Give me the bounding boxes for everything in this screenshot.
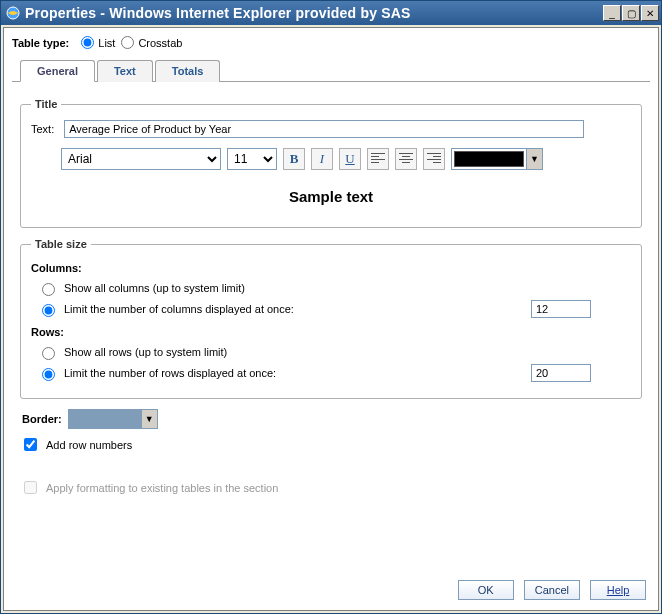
title-text-input[interactable] bbox=[64, 120, 584, 138]
table-type-list-radio[interactable] bbox=[81, 36, 94, 49]
add-row-numbers-checkbox[interactable] bbox=[24, 438, 37, 451]
title-fieldset: Title Text: Arial 11 B I U bbox=[20, 98, 642, 228]
properties-window: Properties - Windows Internet Explorer p… bbox=[0, 0, 662, 614]
rows-all-radio[interactable] bbox=[42, 347, 55, 360]
align-left-button[interactable] bbox=[367, 148, 389, 170]
titlebar: Properties - Windows Internet Explorer p… bbox=[1, 1, 661, 25]
table-size-legend: Table size bbox=[31, 238, 91, 250]
ie-icon bbox=[5, 5, 21, 21]
content-area: Table type: List Crosstab General Text T… bbox=[3, 27, 659, 611]
table-type-crosstab-label: Crosstab bbox=[138, 37, 182, 49]
rows-limit-label: Limit the number of rows displayed at on… bbox=[64, 367, 276, 379]
columns-all-radio[interactable] bbox=[42, 283, 55, 296]
chevron-down-icon: ▼ bbox=[526, 149, 542, 169]
table-type-list-label: List bbox=[98, 37, 115, 49]
align-center-button[interactable] bbox=[395, 148, 417, 170]
tab-totals[interactable]: Totals bbox=[155, 60, 221, 82]
close-button[interactable]: ✕ bbox=[641, 5, 659, 21]
ok-button[interactable]: OK bbox=[458, 580, 514, 600]
tab-strip: General Text Totals bbox=[12, 59, 650, 82]
title-legend: Title bbox=[31, 98, 61, 110]
underline-button[interactable]: U bbox=[339, 148, 361, 170]
rows-limit-input[interactable] bbox=[531, 364, 591, 382]
chevron-down-icon: ▼ bbox=[141, 410, 157, 428]
table-size-fieldset: Table size Columns: Show all columns (up… bbox=[20, 238, 642, 399]
columns-limit-input[interactable] bbox=[531, 300, 591, 318]
rows-all-label: Show all rows (up to system limit) bbox=[64, 346, 227, 358]
border-swatch bbox=[69, 410, 141, 428]
table-type-label: Table type: bbox=[12, 37, 69, 49]
align-right-button[interactable] bbox=[423, 148, 445, 170]
minimize-button[interactable]: _ bbox=[603, 5, 621, 21]
rows-limit-radio[interactable] bbox=[42, 368, 55, 381]
rows-label: Rows: bbox=[31, 326, 631, 338]
font-color-swatch bbox=[454, 151, 524, 167]
tab-text[interactable]: Text bbox=[97, 60, 153, 82]
table-type-row: Table type: List Crosstab bbox=[12, 36, 650, 49]
italic-button[interactable]: I bbox=[311, 148, 333, 170]
maximize-button[interactable]: ▢ bbox=[622, 5, 640, 21]
font-family-select[interactable]: Arial bbox=[61, 148, 221, 170]
columns-limit-label: Limit the number of columns displayed at… bbox=[64, 303, 294, 315]
border-select[interactable]: ▼ bbox=[68, 409, 158, 429]
columns-label: Columns: bbox=[31, 262, 631, 274]
apply-formatting-label: Apply formatting to existing tables in t… bbox=[46, 482, 278, 494]
border-label: Border: bbox=[22, 413, 62, 425]
help-button[interactable]: Help bbox=[590, 580, 646, 600]
bold-button[interactable]: B bbox=[283, 148, 305, 170]
table-type-crosstab-radio[interactable] bbox=[121, 36, 134, 49]
title-text-label: Text: bbox=[31, 123, 54, 135]
window-controls: _ ▢ ✕ bbox=[602, 5, 659, 21]
apply-formatting-checkbox bbox=[24, 481, 37, 494]
font-color-picker[interactable]: ▼ bbox=[451, 148, 543, 170]
font-size-select[interactable]: 11 bbox=[227, 148, 277, 170]
columns-limit-radio[interactable] bbox=[42, 304, 55, 317]
add-row-numbers-label: Add row numbers bbox=[46, 439, 132, 451]
window-title: Properties - Windows Internet Explorer p… bbox=[25, 5, 602, 21]
columns-all-label: Show all columns (up to system limit) bbox=[64, 282, 245, 294]
tab-panel-general: Title Text: Arial 11 B I U bbox=[12, 82, 650, 507]
dialog-footer: OK Cancel Help bbox=[458, 580, 646, 600]
sample-text: Sample text bbox=[31, 188, 631, 205]
cancel-button[interactable]: Cancel bbox=[524, 580, 580, 600]
tab-general[interactable]: General bbox=[20, 60, 95, 82]
